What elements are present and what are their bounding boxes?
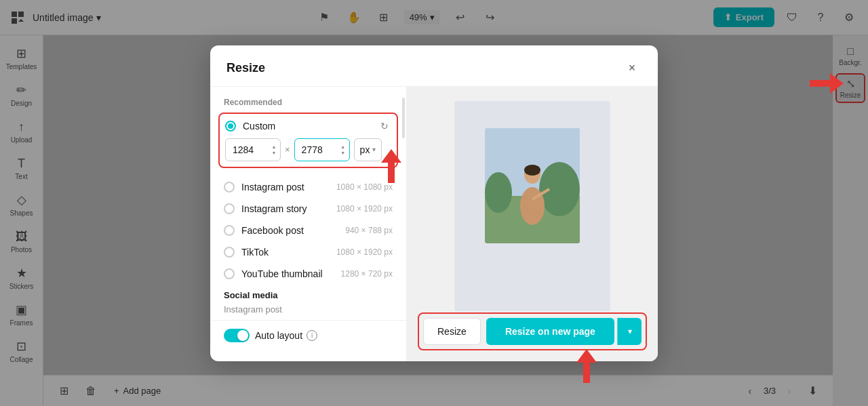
tiktok-size: 1080 × 1920 px: [336, 247, 393, 257]
auto-layout-label: Auto layout i: [255, 330, 317, 341]
width-input-wrap: ▲ ▼: [225, 138, 281, 161]
width-spinner-down[interactable]: ▼: [270, 150, 278, 155]
preview-area: [418, 100, 647, 312]
preset-instagram-story[interactable]: Instagram story 1080 × 1920 px: [210, 198, 406, 220]
youtube-label: YouTube thumbnail: [241, 268, 334, 279]
action-row: Resize Resize on new page ▾: [418, 312, 647, 350]
svg-marker-8: [381, 149, 401, 183]
preset-youtube-thumbnail[interactable]: YouTube thumbnail 1280 × 720 px: [210, 263, 406, 285]
facebook-post-size: 940 × 788 px: [345, 226, 393, 235]
modal-left-panel: Recommended Custom ↻ ▲: [210, 87, 407, 361]
svg-point-3: [485, 172, 512, 213]
chevron-down-icon: ▾: [628, 327, 632, 336]
toggle-thumb: [237, 330, 248, 341]
dimension-separator: ×: [285, 144, 290, 155]
preview-image: [485, 128, 580, 243]
youtube-size: 1280 × 720 px: [341, 269, 393, 279]
unit-chevron-icon: ▾: [372, 146, 376, 153]
svg-marker-9: [576, 349, 597, 383]
modal-close-button[interactable]: ×: [623, 59, 642, 78]
preview-canvas: [454, 101, 610, 311]
facebook-post-radio[interactable]: [224, 225, 235, 236]
auto-layout-row: Auto layout i: [210, 320, 406, 350]
custom-option-label: Custom: [243, 121, 371, 131]
arrow-indicator-3: [810, 73, 844, 96]
height-spinner-down[interactable]: ▼: [339, 150, 347, 155]
svg-marker-10: [810, 73, 844, 94]
modal-header: Resize ×: [210, 45, 658, 87]
modal-title: Resize: [226, 61, 265, 75]
social-media-label: Social media: [224, 290, 393, 300]
facebook-post-label: Facebook post: [241, 225, 338, 236]
preset-tiktok[interactable]: TikTok 1080 × 1920 px: [210, 241, 406, 263]
resize-modal: Resize × Recommended Custom ↻: [210, 45, 658, 361]
resize-on-new-page-button[interactable]: Resize on new page: [486, 318, 614, 345]
auto-layout-toggle[interactable]: [224, 329, 250, 342]
unit-select[interactable]: px ▾: [354, 138, 382, 161]
width-spinner-up[interactable]: ▲: [270, 144, 278, 149]
instagram-post-radio[interactable]: [224, 182, 235, 192]
svg-point-2: [539, 162, 580, 216]
custom-option-wrapper: Custom ↻ ▲ ▼ ×: [218, 113, 398, 168]
instagram-story-label: Instagram story: [241, 203, 330, 214]
tiktok-label: TikTok: [241, 247, 330, 258]
dimension-row: ▲ ▼ × ▲ ▼ px: [225, 138, 391, 161]
height-spinner-up[interactable]: ▲: [339, 144, 347, 149]
scroll-bar[interactable]: [402, 98, 405, 138]
resize-button[interactable]: Resize: [423, 318, 481, 345]
radio-dot: [228, 123, 233, 129]
height-spinners: ▲ ▼: [339, 144, 347, 155]
resize-new-page-label: Resize on new page: [505, 326, 595, 337]
refresh-icon[interactable]: ↻: [378, 119, 391, 133]
modal-overlay: Resize × Recommended Custom ↻: [0, 0, 868, 406]
preset-facebook-post[interactable]: Facebook post 940 × 788 px: [210, 220, 406, 241]
youtube-radio[interactable]: [224, 268, 235, 279]
svg-point-6: [524, 165, 540, 176]
resize-new-page-chevron-button[interactable]: ▾: [617, 318, 642, 345]
social-sub-label: Instagram post: [224, 304, 393, 314]
instagram-post-label: Instagram post: [241, 182, 330, 192]
auto-layout-info-icon[interactable]: i: [307, 330, 317, 341]
modal-body: Recommended Custom ↻ ▲: [210, 87, 658, 361]
preset-instagram-post[interactable]: Instagram post 1080 × 1080 px: [210, 176, 406, 198]
instagram-story-radio[interactable]: [224, 203, 235, 214]
instagram-story-size: 1080 × 1920 px: [336, 204, 393, 214]
arrow-indicator-2: [576, 349, 597, 386]
instagram-post-size: 1080 × 1080 px: [336, 182, 393, 192]
tiktok-radio[interactable]: [224, 247, 235, 258]
custom-option[interactable]: Custom ↻: [225, 119, 391, 133]
unit-value: px: [360, 144, 370, 155]
custom-radio[interactable]: [225, 121, 236, 131]
modal-right-panel: Resize Resize on new page ▾: [407, 87, 658, 361]
recommended-section-label: Recommended: [210, 98, 406, 113]
height-input-wrap: ▲ ▼: [294, 138, 350, 161]
auto-layout-text: Auto layout: [255, 330, 302, 341]
width-spinners: ▲ ▼: [270, 144, 278, 155]
social-media-section: Social media Instagram post: [210, 285, 406, 320]
